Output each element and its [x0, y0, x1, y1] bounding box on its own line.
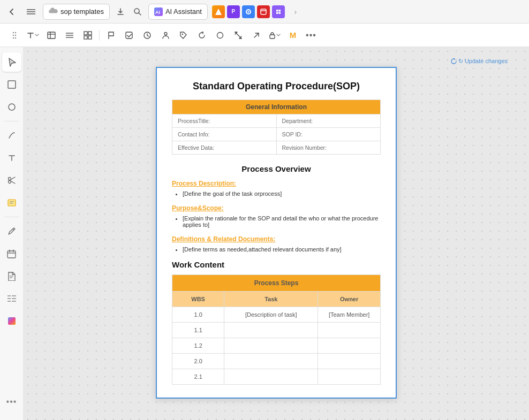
owner-cell	[318, 323, 381, 338]
update-changes-link[interactable]: ↻ Update changes	[451, 58, 508, 65]
resize-tool-button[interactable]	[230, 27, 246, 43]
owner-cell	[318, 369, 381, 385]
wbs-cell: 2.0	[172, 354, 224, 369]
sidebar-item-shape[interactable]	[2, 97, 21, 117]
search-button[interactable]	[131, 5, 144, 18]
svg-text:AI: AI	[155, 10, 160, 15]
svg-rect-64	[8, 317, 16, 325]
ai-assistant-button[interactable]: AI AI Assistant	[148, 4, 208, 20]
task-cell	[224, 369, 318, 385]
brand-tool-button[interactable]: M	[285, 27, 301, 43]
connect-tool-button[interactable]	[248, 27, 264, 43]
svg-point-37	[164, 32, 167, 35]
app-icon-4[interactable]	[257, 5, 270, 18]
top-bar: sop templates AI AI Assistant	[0, 0, 529, 24]
sidebar-item-scissors[interactable]	[2, 171, 21, 190]
sidebar-item-text[interactable]	[2, 148, 21, 167]
menu-button[interactable]	[24, 4, 39, 19]
sidebar-item-pen[interactable]	[2, 126, 21, 145]
app-icon-2[interactable]: P	[227, 5, 240, 18]
person-tool-button[interactable]	[157, 27, 173, 43]
app-icon-1[interactable]	[212, 5, 225, 18]
text-tool-button[interactable]	[25, 27, 41, 43]
sidebar-item-list[interactable]	[2, 289, 21, 308]
table-tool-button[interactable]	[43, 27, 59, 43]
app-icon-3[interactable]	[242, 5, 255, 18]
sidebar-item-sticky[interactable]	[2, 193, 21, 212]
table-row: ProcessTitle: Department:	[172, 114, 381, 128]
table-row: 1.0[Description of task][Team Member]	[172, 307, 381, 323]
update-icon	[451, 58, 457, 64]
doc-title: Standard Operating Procedure(SOP)	[172, 81, 381, 92]
cloud-icon	[49, 7, 57, 16]
sop-id-label: SOP ID:	[276, 128, 381, 141]
svg-point-38	[182, 33, 183, 34]
sidebar-item-frame[interactable]	[2, 75, 21, 94]
table-row: 1.1	[172, 323, 381, 338]
svg-rect-48	[8, 200, 16, 206]
svg-rect-10	[261, 9, 266, 14]
sidebar-item-calendar[interactable]	[2, 244, 21, 263]
flag-tool-button[interactable]	[103, 27, 119, 43]
svg-rect-14	[276, 12, 278, 14]
svg-point-43	[9, 104, 15, 110]
circle-tool-button[interactable]	[212, 27, 228, 43]
svg-rect-13	[278, 10, 281, 12]
ai-icon: AI	[154, 7, 163, 16]
wbs-cell: 2.1	[172, 369, 224, 385]
definitions-list: [Define terms as needed,attached relevan…	[172, 246, 381, 253]
ai-label: AI Assistant	[165, 7, 202, 16]
svg-line-47	[11, 181, 15, 184]
svg-line-4	[139, 13, 141, 15]
work-content-table: Process Steps WBS Task Owner 1.0[Descrip…	[172, 274, 381, 385]
more-tool-button[interactable]: •••	[303, 27, 319, 43]
svg-rect-33	[126, 32, 132, 39]
sidebar-item-selection[interactable]	[2, 52, 21, 72]
svg-rect-30	[84, 36, 87, 39]
svg-rect-29	[88, 32, 92, 35]
sidebar-item-draw[interactable]	[2, 222, 21, 241]
canvas[interactable]: ↻ Update changes Standard Operating Proc…	[24, 47, 529, 420]
svg-rect-31	[88, 36, 92, 39]
refresh-tool-button[interactable]	[194, 27, 210, 43]
svg-point-18	[13, 34, 14, 35]
svg-point-21	[15, 37, 16, 38]
lock-tool-button[interactable]	[267, 27, 283, 43]
sidebar-item-doc[interactable]	[2, 266, 21, 286]
gen-info-header: General Information	[172, 100, 381, 114]
general-info-table: General Information ProcessTitle: Depart…	[172, 100, 381, 155]
sidebar-item-more[interactable]: •••	[2, 392, 21, 411]
sidebar-item-gradient[interactable]	[2, 311, 21, 331]
tab[interactable]: sop templates	[43, 4, 110, 20]
svg-rect-41	[270, 35, 275, 39]
list-item: [Explain the rationale for the SOP and d…	[183, 215, 381, 228]
svg-line-46	[11, 177, 15, 180]
clock-tool-button[interactable]	[139, 27, 155, 43]
svg-point-17	[15, 32, 16, 33]
list-tool-button[interactable]	[62, 27, 78, 43]
app-icon-5[interactable]	[272, 5, 285, 18]
svg-marker-7	[215, 9, 222, 15]
chevron-right-button[interactable]: ›	[289, 5, 302, 18]
download-button[interactable]	[114, 5, 127, 18]
tag-tool-button[interactable]	[176, 27, 192, 43]
wbs-col-header: WBS	[172, 292, 224, 307]
process-overview-title: Process Overview	[172, 164, 381, 173]
process-description-list: [Define the goal of the task orprocess]	[172, 190, 381, 197]
list-item: [Define the goal of the task orprocess]	[183, 190, 381, 197]
svg-point-44	[8, 178, 11, 180]
document: Standard Operating Procedure(SOP) Genera…	[156, 67, 397, 399]
grid-tool-button[interactable]	[80, 27, 96, 43]
drag-handle[interactable]	[6, 27, 22, 43]
check-tool-button[interactable]	[121, 27, 137, 43]
svg-rect-28	[84, 32, 87, 35]
svg-rect-15	[278, 12, 281, 14]
back-button[interactable]	[4, 4, 19, 19]
task-cell	[224, 338, 318, 354]
app-icons: P	[212, 5, 285, 18]
svg-line-36	[147, 35, 149, 36]
svg-line-40	[235, 32, 241, 39]
svg-point-9	[247, 11, 249, 12]
table-row: 1.2	[172, 338, 381, 354]
contact-info-label: Contact Info:	[172, 128, 277, 141]
